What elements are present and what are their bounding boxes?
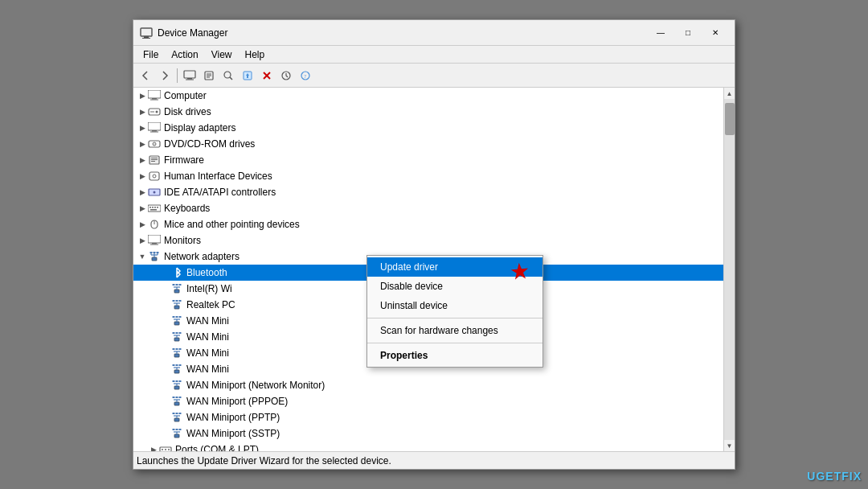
forward-button[interactable] xyxy=(156,67,174,84)
tree-item-hid[interactable]: ▶ Human Interface Devices xyxy=(133,168,723,184)
network-adapter-icon xyxy=(170,411,183,424)
svg-rect-67 xyxy=(173,300,175,302)
ide-icon xyxy=(148,186,161,199)
item-label: Intel(R) Wi xyxy=(186,283,232,294)
vertical-scrollbar[interactable]: ▲ ▼ xyxy=(723,88,735,451)
tree-item-ide[interactable]: ▶ IDE ATA/ATAPI controllers xyxy=(133,184,723,200)
item-label: Bluetooth xyxy=(186,267,227,278)
tree-item-wan-pptp[interactable]: WAN Miniport (PPTP) xyxy=(133,409,723,425)
expand-icon: ▶ xyxy=(148,444,159,451)
menu-action[interactable]: Action xyxy=(165,47,204,62)
scroll-thumb[interactable] xyxy=(725,103,735,135)
title-bar: Device Manager — □ ✕ xyxy=(133,20,735,46)
ctx-scan-hardware[interactable]: Scan for hardware changes xyxy=(367,321,542,340)
item-label: Human Interface Devices xyxy=(164,171,272,182)
delete-icon-btn[interactable] xyxy=(258,67,276,84)
svg-rect-19 xyxy=(152,98,157,100)
svg-rect-57 xyxy=(157,252,159,253)
item-label: Mice and other pointing devices xyxy=(164,219,300,230)
expand-icon: ▶ xyxy=(137,90,148,101)
svg-rect-1 xyxy=(144,36,149,38)
svg-rect-117 xyxy=(179,429,182,430)
item-label: Network adapters xyxy=(164,251,240,262)
tree-item-display[interactable]: ▶ Display adapters xyxy=(133,120,723,136)
window-controls: — □ ✕ xyxy=(648,25,728,41)
scroll-track[interactable] xyxy=(724,99,735,440)
svg-rect-87 xyxy=(179,348,182,350)
svg-rect-79 xyxy=(173,332,175,334)
bluetooth-icon xyxy=(170,266,183,279)
expand-icon: ▶ xyxy=(137,154,148,166)
svg-rect-20 xyxy=(150,100,158,101)
tree-item-disk[interactable]: ▶ Disk drives xyxy=(133,104,723,120)
svg-rect-40 xyxy=(152,207,154,208)
svg-rect-34 xyxy=(149,172,159,180)
svg-rect-58 xyxy=(174,290,179,293)
item-label: IDE ATA/ATAPI controllers xyxy=(164,187,276,198)
tree-item-wan-sstp[interactable]: WAN Miniport (SSTP) xyxy=(133,425,723,442)
hid-icon xyxy=(148,170,161,183)
driver-update-icon-btn[interactable] xyxy=(239,67,256,84)
ctx-properties[interactable]: Properties xyxy=(367,346,542,365)
network-adapter-icon xyxy=(170,427,183,440)
svg-rect-3 xyxy=(184,71,195,78)
svg-rect-48 xyxy=(150,244,158,245)
svg-rect-103 xyxy=(173,397,175,398)
svg-rect-55 xyxy=(150,252,153,253)
ctx-uninstall-device[interactable]: Uninstall device xyxy=(367,296,542,315)
toolbar: ? xyxy=(133,64,735,88)
ctx-update-driver[interactable]: Update driver xyxy=(367,257,542,277)
tree-item-ports[interactable]: ▶ Ports (COM & LPT) xyxy=(133,442,723,451)
svg-rect-25 xyxy=(152,130,157,132)
svg-point-35 xyxy=(153,175,156,178)
menu-view[interactable]: View xyxy=(205,47,239,62)
tree-item-mice[interactable]: ▶ Mice and other pointing devices xyxy=(133,216,723,232)
toolbar-separator-1 xyxy=(177,68,178,83)
tree-item-monitors[interactable]: ▶ Monitors xyxy=(133,232,723,249)
tree-item-keyboards[interactable]: ▶ Keyboards xyxy=(133,200,723,216)
ctx-separator-2 xyxy=(367,343,542,343)
minimize-button[interactable]: — xyxy=(648,25,674,41)
menu-file[interactable]: File xyxy=(137,47,165,62)
tree-item-computer[interactable]: ▶ Computer xyxy=(133,88,723,104)
svg-rect-74 xyxy=(176,316,178,318)
tree-item-firmware[interactable]: ▶ Firmware xyxy=(133,152,723,168)
search-icon-btn[interactable] xyxy=(219,67,237,84)
scan-icon-btn[interactable] xyxy=(277,67,295,84)
help-icon-btn[interactable]: ? xyxy=(297,67,314,84)
properties-icon-btn[interactable] xyxy=(200,67,218,84)
svg-rect-68 xyxy=(176,300,178,302)
close-button[interactable]: ✕ xyxy=(702,25,728,41)
svg-rect-38 xyxy=(148,205,161,212)
computer-icon-btn[interactable] xyxy=(181,67,199,84)
item-label: Monitors xyxy=(164,235,201,246)
expand-icon xyxy=(159,347,170,359)
expand-icon xyxy=(159,396,170,407)
svg-point-119 xyxy=(162,449,163,450)
svg-rect-100 xyxy=(174,402,179,405)
svg-rect-116 xyxy=(176,429,178,430)
watermark-suffix: FIX xyxy=(841,470,862,483)
expand-icon xyxy=(159,315,170,327)
menu-help[interactable]: Help xyxy=(239,47,272,62)
device-tree[interactable]: ▶ Computer ▶ Disk drives ▶ Di xyxy=(133,88,723,451)
back-button[interactable] xyxy=(137,67,154,84)
scroll-down-arrow[interactable]: ▼ xyxy=(724,440,735,451)
svg-line-11 xyxy=(230,77,232,80)
expand-icon: ▶ xyxy=(137,187,148,198)
svg-rect-81 xyxy=(179,332,182,334)
svg-rect-5 xyxy=(186,79,194,80)
svg-rect-0 xyxy=(141,28,152,36)
tree-item-wan-pppoe[interactable]: WAN Miniport (PPPOE) xyxy=(133,393,723,409)
svg-rect-26 xyxy=(150,132,158,133)
maximize-button[interactable]: □ xyxy=(675,25,701,41)
display-icon xyxy=(148,121,161,134)
ctx-disable-device[interactable]: Disable device xyxy=(367,277,542,296)
tree-item-wan-netmon[interactable]: WAN Miniport (Network Monitor) xyxy=(133,377,723,393)
scroll-up-arrow[interactable]: ▲ xyxy=(724,88,735,99)
disk-icon xyxy=(148,105,161,118)
network-adapter-icon xyxy=(170,314,183,327)
tree-item-dvd[interactable]: ▶ DVD/CD-ROM drives xyxy=(133,136,723,152)
svg-rect-64 xyxy=(174,306,179,309)
expand-icon: ▶ xyxy=(137,203,148,214)
